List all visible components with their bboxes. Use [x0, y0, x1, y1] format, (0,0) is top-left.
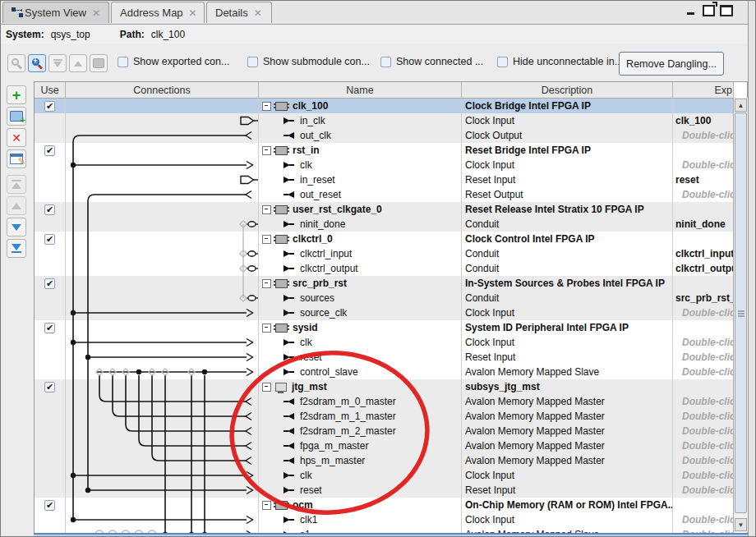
name-cell[interactable]: control_slave — [259, 365, 462, 379]
port-row[interactable]: control_slaveAvalon Memory Mapped SlaveD… — [35, 365, 734, 379]
collapse-button[interactable] — [48, 54, 67, 72]
module-row[interactable]: ✔ocmOn-Chip Memory (RAM or ROM) Intel FP… — [35, 498, 734, 512]
minimize-button[interactable] — [684, 4, 697, 16]
export-cell[interactable] — [673, 232, 734, 246]
tab-close-icon[interactable]: ✕ — [254, 7, 262, 19]
port-row[interactable]: clkClock InputDouble-clic — [35, 335, 734, 350]
name-cell[interactable]: f2sdram_m_1_master — [259, 409, 462, 424]
tree-collapse-icon[interactable] — [262, 146, 271, 155]
connections-cell[interactable] — [66, 158, 259, 172]
tab-system-view[interactable]: System View ✕ — [2, 2, 109, 23]
name-cell[interactable]: clkctrl_0 — [259, 232, 462, 246]
name-cell[interactable]: out_reset — [259, 187, 462, 202]
export-cell[interactable]: reset — [673, 172, 734, 187]
connections-cell[interactable] — [66, 438, 259, 453]
name-cell[interactable]: fpga_m_master — [259, 438, 462, 453]
show-exported-checkbox[interactable] — [118, 57, 128, 67]
connections-cell[interactable] — [66, 365, 259, 379]
port-row[interactable]: clkClock InputDouble-clic — [35, 468, 734, 483]
connections-cell[interactable] — [66, 424, 259, 438]
export-cell[interactable]: Double-clic — [673, 187, 734, 202]
name-cell[interactable]: reset — [259, 483, 462, 498]
module-row[interactable]: ✔user_rst_clkgate_0Reset Release Intel S… — [35, 202, 734, 217]
connections-cell[interactable] — [66, 172, 259, 187]
tree-collapse-icon[interactable] — [262, 279, 271, 288]
export-cell[interactable] — [673, 379, 734, 394]
export-cell[interactable]: Double-clic — [673, 128, 734, 143]
port-row[interactable]: resetReset InputDouble-clic — [35, 350, 734, 365]
module-row[interactable]: ✔clk_100Clock Bridge Intel FPGA IP — [35, 99, 734, 113]
export-cell[interactable]: Double-clic — [673, 394, 734, 409]
port-row[interactable]: f2sdram_m_2_masterAvalon Memory Mapped M… — [35, 424, 734, 438]
name-cell[interactable]: clkctrl_input — [259, 246, 462, 261]
connections-cell[interactable] — [66, 379, 259, 394]
name-cell[interactable]: reset — [259, 350, 462, 365]
maximize-button[interactable] — [720, 4, 733, 16]
export-cell[interactable]: clkctrl_output — [673, 261, 734, 276]
tree-collapse-icon[interactable] — [262, 102, 271, 111]
port-row[interactable]: clkctrl_outputConduitclkctrl_output — [35, 261, 734, 276]
export-cell[interactable]: clk_100 — [673, 113, 734, 128]
name-cell[interactable]: clkctrl_output — [259, 261, 462, 276]
export-cell[interactable]: Double-clic — [673, 468, 734, 483]
vertical-scrollbar[interactable]: ▲ ▼ — [733, 98, 748, 532]
name-cell[interactable]: rst_in — [259, 143, 462, 158]
name-cell[interactable]: user_rst_clkgate_0 — [259, 202, 462, 217]
export-cell[interactable]: src_prb_rst_ — [673, 291, 734, 305]
use-checkbox[interactable]: ✔ — [44, 323, 55, 333]
expand-button[interactable] — [69, 54, 87, 72]
tree-collapse-icon[interactable] — [262, 501, 271, 510]
export-cell[interactable]: Double-clic — [673, 512, 734, 527]
col-header-description[interactable]: Description — [462, 82, 673, 98]
use-checkbox[interactable]: ✔ — [44, 500, 55, 511]
connections-cell[interactable] — [66, 483, 259, 498]
remove-dangling-button[interactable]: Remove Dangling... — [619, 52, 724, 76]
export-cell[interactable]: clkctrl_input — [673, 246, 734, 261]
connections-cell[interactable] — [66, 512, 259, 527]
connections-cell[interactable] — [66, 498, 259, 512]
hide-unconnectable-checkbox-row[interactable]: Hide unconnectable in... — [497, 56, 623, 67]
port-row[interactable]: in_clkClock Inputclk_100 — [35, 113, 734, 128]
export-cell[interactable]: ninit_done — [673, 217, 734, 232]
connections-cell[interactable] — [66, 291, 259, 305]
export-cell[interactable]: Double-clic — [673, 158, 734, 172]
port-row[interactable]: sourcesConduitsrc_prb_rst_ — [35, 291, 734, 305]
name-cell[interactable]: f2sdram_m_0_master — [259, 394, 462, 409]
use-checkbox[interactable]: ✔ — [44, 204, 55, 215]
tab-address-map[interactable]: Address Map ✕ — [111, 2, 205, 23]
show-connected-checkbox[interactable] — [380, 57, 391, 67]
export-cell[interactable]: Double-clic — [673, 424, 734, 438]
module-row[interactable]: ✔rst_inReset Bridge Intel FPGA IP — [35, 143, 734, 158]
port-row[interactable]: out_clkClock OutputDouble-clic — [35, 128, 734, 143]
connections-cell[interactable] — [66, 468, 259, 483]
show-submodule-checkbox-row[interactable]: Show submodule con... — [247, 56, 370, 67]
add-button[interactable]: + — [7, 85, 26, 104]
col-header-connections[interactable]: Connections — [66, 82, 259, 98]
add-subsystem-button[interactable] — [7, 107, 26, 126]
port-row[interactable]: ninit_doneConduitninit_done — [35, 217, 734, 232]
port-row[interactable]: clk1Clock InputDouble-clic — [35, 512, 734, 527]
name-cell[interactable]: out_clk — [259, 128, 462, 143]
port-row[interactable]: clkClock InputDouble-clic — [35, 158, 734, 172]
port-row[interactable]: in_resetReset Inputreset — [35, 172, 734, 187]
col-header-use[interactable]: Use — [35, 82, 66, 98]
connections-cell[interactable] — [66, 320, 259, 335]
scroll-up-button[interactable]: ▲ — [735, 99, 747, 112]
export-cell[interactable] — [673, 202, 734, 217]
export-cell[interactable]: Double-clic — [673, 335, 734, 350]
move-bottom-button[interactable] — [7, 239, 26, 258]
connections-cell[interactable] — [66, 261, 259, 276]
export-cell[interactable] — [673, 143, 734, 158]
connections-cell[interactable] — [66, 276, 259, 291]
snapshot-button[interactable] — [90, 54, 108, 72]
connections-cell[interactable] — [66, 187, 259, 202]
name-cell[interactable]: clk_100 — [259, 99, 462, 113]
use-checkbox[interactable]: ✔ — [44, 234, 55, 245]
port-row[interactable]: source_clkClock InputDouble-clic — [35, 305, 734, 320]
export-cell[interactable]: Double-clic — [673, 365, 734, 379]
name-cell[interactable]: clk — [259, 158, 462, 172]
move-top-button[interactable] — [7, 175, 26, 194]
export-cell[interactable] — [673, 320, 734, 335]
name-cell[interactable]: hps_m_master — [259, 453, 462, 468]
connections-cell[interactable] — [66, 143, 259, 158]
